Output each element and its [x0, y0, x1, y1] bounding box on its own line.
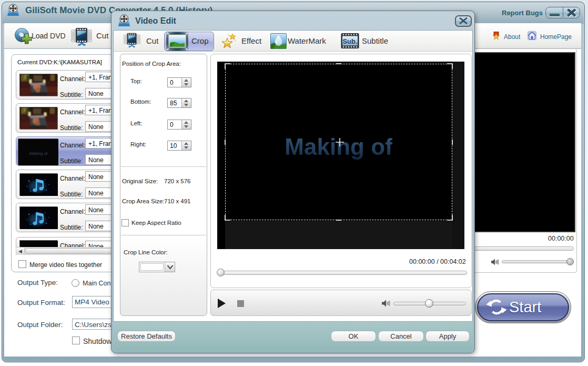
svg-text:Making of: Making of	[29, 151, 48, 156]
svg-text:Sub.: Sub.	[342, 37, 357, 45]
